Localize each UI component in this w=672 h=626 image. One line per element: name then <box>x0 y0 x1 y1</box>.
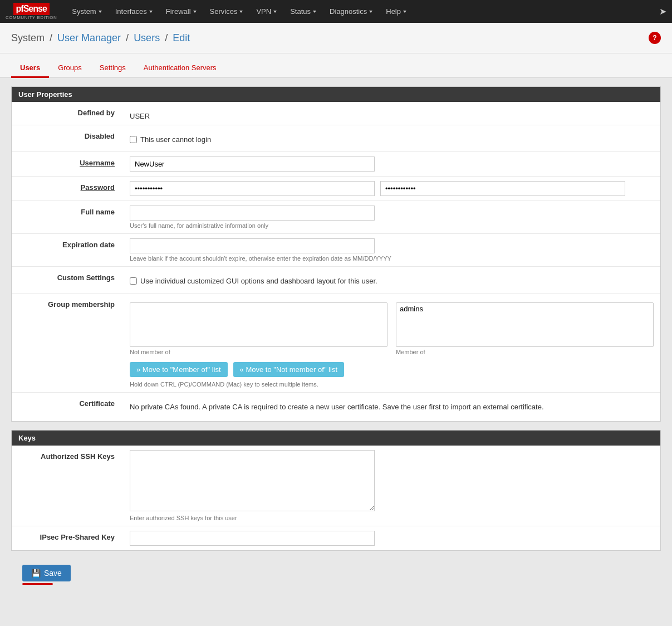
password-field <box>123 177 660 200</box>
username-row: Username <box>12 152 660 177</box>
expiration-field: Leave blank if the account shouldn't exp… <box>123 234 660 266</box>
breadcrumb: System / User Manager / Users / Edit ? <box>0 23 672 53</box>
ssh-keys-textarea[interactable] <box>130 450 375 511</box>
move-to-member-button[interactable]: » Move to "Member of" list <box>130 362 228 377</box>
username-input[interactable] <box>130 156 375 172</box>
group-membership-row: Group membership Not member of admins Me… <box>12 294 660 393</box>
group-buttons: » Move to "Member of" list « Move to "No… <box>130 360 654 379</box>
group-membership-field: Not member of admins Member of » Move to… <box>123 294 660 392</box>
ipsec-label: IPsec Pre-Shared Key <box>12 526 123 550</box>
brand-logo: pfSense COMMUNITY EDITION <box>6 3 57 20</box>
nav-diagnostics[interactable]: Diagnostics <box>323 0 379 23</box>
defined-by-value: USER <box>130 106 150 120</box>
password-input[interactable] <box>130 181 375 196</box>
certificate-field: No private CAs found. A private CA is re… <box>123 393 660 421</box>
disabled-label: Disabled <box>12 125 123 151</box>
custom-settings-checkbox[interactable] <box>130 277 137 285</box>
help-icon[interactable]: ? <box>649 32 661 44</box>
bc-user-manager[interactable]: User Manager <box>57 32 121 43</box>
firewall-caret-icon <box>193 11 197 13</box>
breadcrumb-text: System / User Manager / Users / Edit <box>11 32 190 44</box>
not-member-label: Not member of <box>130 349 387 355</box>
user-properties-header: User Properties <box>12 87 660 102</box>
member-list[interactable]: admins <box>396 302 654 347</box>
member-admins-option[interactable]: admins <box>396 303 653 315</box>
bc-sep-2: / <box>126 32 131 43</box>
group-help: Hold down CTRL (PC)/COMMAND (Mac) key to… <box>130 381 654 388</box>
nav-vpn[interactable]: VPN <box>249 0 283 23</box>
ssh-keys-label: Authorized SSH Keys <box>12 446 123 526</box>
move-to-not-member-icon: « <box>240 365 244 374</box>
not-member-list-wrap: Not member of <box>130 302 387 355</box>
logout-icon[interactable]: ➤ <box>659 6 666 17</box>
ssh-keys-row: Authorized SSH Keys Enter authorized SSH… <box>12 446 660 526</box>
edition-text: COMMUNITY EDITION <box>6 15 57 20</box>
services-caret-icon <box>239 11 243 13</box>
bc-sep-3: / <box>165 32 170 43</box>
custom-settings-checkbox-label: Use individual customized GUI options an… <box>140 277 377 285</box>
nav-help[interactable]: Help <box>379 0 413 23</box>
tab-settings[interactable]: Settings <box>91 59 135 78</box>
expiration-help: Leave blank if the account shouldn't exp… <box>130 255 654 262</box>
tabs-bar: Users Groups Settings Authentication Ser… <box>0 53 672 78</box>
tab-users[interactable]: Users <box>11 59 49 78</box>
system-caret-icon <box>99 11 102 13</box>
username-label: Username <box>12 152 123 176</box>
move-to-member-icon: » <box>136 365 140 374</box>
interfaces-caret-icon <box>149 11 153 13</box>
member-label: Member of <box>396 349 654 355</box>
fullname-field: User's full name, for administrative inf… <box>123 201 660 233</box>
logo-text: pfSense <box>13 3 50 15</box>
bc-system: System <box>11 32 45 43</box>
ssh-keys-help: Enter authorized SSH keys for this user <box>130 515 654 521</box>
password-confirm-input[interactable] <box>380 181 625 196</box>
ssh-keys-field: Enter authorized SSH keys for this user <box>123 446 660 526</box>
move-to-not-member-button[interactable]: « Move to "Not member of" list <box>233 362 344 377</box>
nav-system[interactable]: System <box>65 0 108 23</box>
password-row: Password <box>12 177 660 201</box>
bc-edit: Edit <box>173 32 190 43</box>
expiration-row: Expiration date Leave blank if the accou… <box>12 234 660 267</box>
keys-header: Keys <box>12 431 660 446</box>
disabled-row: Disabled This user cannot login <box>12 125 660 152</box>
vpn-caret-icon <box>273 11 277 13</box>
fullname-label: Full name <box>12 201 123 233</box>
save-button[interactable]: 💾 Save <box>22 565 71 581</box>
certificate-label: Certificate <box>12 393 123 421</box>
nav-firewall[interactable]: Firewall <box>159 0 203 23</box>
keys-section: Keys Authorized SSH Keys Enter authorize… <box>11 430 661 551</box>
nav-status[interactable]: Status <box>283 0 323 23</box>
disabled-checkbox-label: This user cannot login <box>140 135 211 144</box>
save-underline-decoration <box>22 583 53 585</box>
nav-interfaces[interactable]: Interfaces <box>109 0 159 23</box>
disabled-field: This user cannot login <box>123 125 660 151</box>
nav-services[interactable]: Services <box>203 0 250 23</box>
not-member-list[interactable] <box>130 302 387 347</box>
certificate-text: No private CAs found. A private CA is re… <box>130 397 654 417</box>
ipsec-input[interactable] <box>130 531 375 546</box>
navbar: pfSense COMMUNITY EDITION System Interfa… <box>0 0 672 23</box>
fullname-row: Full name User's full name, for administ… <box>12 201 660 234</box>
tab-groups[interactable]: Groups <box>49 59 91 78</box>
status-caret-icon <box>313 11 316 13</box>
nav-items: System Interfaces Firewall Services VPN … <box>65 0 659 23</box>
ipsec-field <box>123 526 660 550</box>
main-content: User Properties Defined by USER Disabled… <box>0 78 672 604</box>
defined-by-label: Defined by <box>12 102 123 125</box>
custom-settings-label: Custom Settings <box>12 267 123 293</box>
member-list-wrap: admins Member of <box>396 302 654 355</box>
diagnostics-caret-icon <box>369 11 372 13</box>
expiration-input[interactable] <box>130 238 375 253</box>
bc-users[interactable]: Users <box>134 32 160 43</box>
help-caret-icon <box>403 11 406 13</box>
custom-settings-field: Use individual customized GUI options an… <box>123 267 660 293</box>
disabled-checkbox[interactable] <box>130 136 137 143</box>
password-label: Password <box>12 177 123 200</box>
user-properties-section: User Properties Defined by USER Disabled… <box>11 86 661 422</box>
fullname-input[interactable] <box>130 206 375 221</box>
fullname-help: User's full name, for administrative inf… <box>130 222 654 229</box>
username-field <box>123 152 660 176</box>
certificate-row: Certificate No private CAs found. A priv… <box>12 393 660 421</box>
expiration-label: Expiration date <box>12 234 123 266</box>
tab-auth-servers[interactable]: Authentication Servers <box>135 59 225 78</box>
